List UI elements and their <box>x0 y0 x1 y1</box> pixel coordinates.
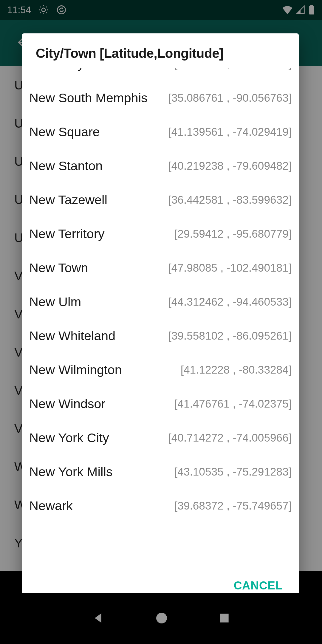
svg-point-4 <box>156 613 167 623</box>
svg-rect-5 <box>220 614 228 622</box>
city-name: Newark <box>29 498 168 514</box>
city-name: New York Mills <box>29 464 168 480</box>
city-name: New Stanton <box>29 158 162 174</box>
city-row[interactable]: New Wilmington[41.12228 , -80.33284] <box>22 353 299 387</box>
city-coords: [41.139561 , -74.029419] <box>168 126 292 138</box>
city-row[interactable]: New Territory[29.59412 , -95.680779] <box>22 217 299 251</box>
city-name: New Windsor <box>29 396 168 412</box>
city-name: New Wilmington <box>29 362 175 378</box>
city-name: New Territory <box>29 226 168 242</box>
city-coords: [36.442581 , -83.599632] <box>168 194 292 206</box>
city-name: New Square <box>29 124 162 140</box>
city-coords: [40.714272 , -74.005966] <box>168 432 292 444</box>
dialog-title: City/Town [Latitude,Longitude] <box>22 33 299 68</box>
nav-back-icon[interactable] <box>91 611 106 626</box>
city-list[interactable]: New Smyrna Beach[29.02582 , -80.927002]N… <box>22 68 299 567</box>
city-coords: [29.02582 , -80.927002] <box>174 68 292 70</box>
city-coords: [44.312462 , -94.460533] <box>168 296 292 308</box>
city-row[interactable]: New Smyrna Beach[29.02582 , -80.927002] <box>22 68 299 81</box>
city-row[interactable]: New Town[47.98085 , -102.490181] <box>22 251 299 285</box>
nav-recent-icon[interactable] <box>218 612 231 626</box>
city-coords: [39.68372 , -75.749657] <box>174 500 292 512</box>
city-coords: [35.086761 , -90.056763] <box>168 92 292 104</box>
city-name: New Town <box>29 260 162 276</box>
city-name: New York City <box>29 430 162 446</box>
city-row[interactable]: New Square[41.139561 , -74.029419] <box>22 115 299 149</box>
city-row[interactable]: New South Memphis[35.086761 , -90.056763… <box>22 81 299 115</box>
city-row[interactable]: New Stanton[40.219238 , -79.609482] <box>22 149 299 183</box>
city-coords: [41.476761 , -74.02375] <box>174 398 292 410</box>
city-row[interactable]: New Ulm[44.312462 , -94.460533] <box>22 285 299 319</box>
city-row[interactable]: New Windsor[41.476761 , -74.02375] <box>22 387 299 421</box>
city-name: New Ulm <box>29 294 162 310</box>
city-name: New Tazewell <box>29 192 162 208</box>
city-coords: [40.219238 , -79.609482] <box>168 160 292 172</box>
city-name: New Smyrna Beach <box>29 68 168 72</box>
city-coords: [39.558102 , -86.095261] <box>168 330 292 342</box>
city-picker-dialog: City/Town [Latitude,Longitude] New Smyrn… <box>22 33 299 606</box>
nav-home-icon[interactable] <box>154 611 169 626</box>
navigation-bar <box>0 593 322 644</box>
city-row[interactable]: Newark[39.68372 , -75.749657] <box>22 489 299 523</box>
city-row[interactable]: New Whiteland[39.558102 , -86.095261] <box>22 319 299 353</box>
city-row[interactable]: New York Mills[43.10535 , -75.291283] <box>22 455 299 489</box>
city-coords: [41.12228 , -80.33284] <box>181 364 292 376</box>
city-row[interactable]: New Tazewell[36.442581 , -83.599632] <box>22 183 299 217</box>
city-row[interactable]: New York City[40.714272 , -74.005966] <box>22 421 299 455</box>
city-coords: [43.10535 , -75.291283] <box>174 466 292 478</box>
city-coords: [47.98085 , -102.490181] <box>168 262 292 274</box>
city-name: New South Memphis <box>29 90 162 106</box>
city-name: New Whiteland <box>29 328 162 344</box>
city-coords: [29.59412 , -95.680779] <box>174 228 292 240</box>
